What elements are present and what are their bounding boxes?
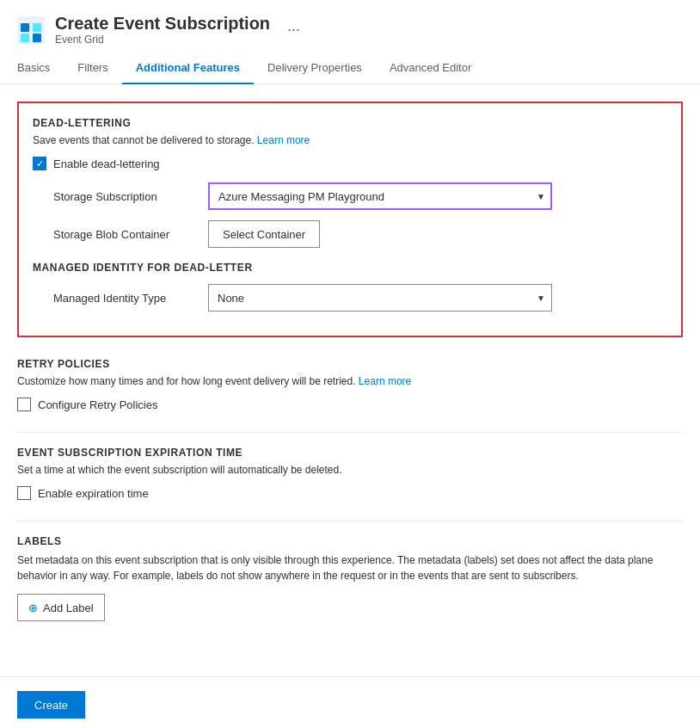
managed-identity-type-dropdown[interactable]: None xyxy=(208,284,552,312)
enable-dead-lettering-checkbox[interactable]: ✓ xyxy=(33,157,46,170)
enable-expiration-label: Enable expiration time xyxy=(38,487,149,500)
labels-title: LABELS xyxy=(17,535,683,547)
enable-dead-lettering-label: Enable dead-lettering xyxy=(53,157,160,170)
storage-subscription-row: Storage Subscription Azure Messaging PM … xyxy=(33,182,667,210)
managed-identity-type-control: None ▼ xyxy=(208,284,667,312)
svg-rect-3 xyxy=(21,34,29,42)
svg-rect-4 xyxy=(33,34,41,42)
configure-retry-label: Configure Retry Policies xyxy=(38,398,157,411)
header-text-block: Create Event Subscription Event Grid xyxy=(55,14,270,46)
labels-section: LABELS Set metadata on this event subscr… xyxy=(17,535,683,621)
more-options-icon[interactable]: ··· xyxy=(287,21,300,39)
storage-subscription-label: Storage Subscription xyxy=(53,190,208,203)
create-button[interactable]: Create xyxy=(17,691,85,719)
dead-lettering-desc: Save events that cannot be delivered to … xyxy=(33,134,667,146)
main-content: DEAD-LETTERING Save events that cannot b… xyxy=(0,84,700,659)
retry-policies-title: RETRY POLICIES xyxy=(17,358,683,370)
add-label-icon: ⊕ xyxy=(28,602,38,614)
add-label-text: Add Label xyxy=(43,602,94,614)
tab-basics[interactable]: Basics xyxy=(17,52,64,84)
page-subtitle: Event Grid xyxy=(55,34,270,46)
checkmark-icon: ✓ xyxy=(36,159,44,169)
footer-bar: Create xyxy=(0,676,700,728)
configure-retry-row: Configure Retry Policies xyxy=(17,398,683,411)
svg-rect-2 xyxy=(33,23,41,32)
managed-identity-type-dropdown-wrapper: None ▼ xyxy=(208,284,552,312)
tab-advanced-editor[interactable]: Advanced Editor xyxy=(376,52,485,84)
page-header: Create Event Subscription Event Grid ··· xyxy=(0,0,700,52)
enable-expiration-row: Enable expiration time xyxy=(17,486,683,500)
storage-blob-container-control: Select Container xyxy=(208,220,667,248)
managed-identity-type-label: Managed Identity Type xyxy=(53,292,208,305)
storage-subscription-control: Azure Messaging PM Playground ▼ xyxy=(208,182,667,210)
managed-identity-subsection-title: MANAGED IDENTITY FOR DEAD-LETTER xyxy=(33,262,667,274)
expiration-section: EVENT SUBSCRIPTION EXPIRATION TIME Set a… xyxy=(17,447,683,500)
tab-bar: Basics Filters Additional Features Deliv… xyxy=(0,52,700,84)
dead-lettering-section: DEAD-LETTERING Save events that cannot b… xyxy=(17,102,683,337)
dead-lettering-title: DEAD-LETTERING xyxy=(33,117,667,129)
select-container-button[interactable]: Select Container xyxy=(208,220,320,248)
divider-1 xyxy=(17,432,683,433)
storage-subscription-dropdown-wrapper: Azure Messaging PM Playground ▼ xyxy=(208,182,552,210)
labels-desc: Set metadata on this event subscription … xyxy=(17,552,683,583)
expiration-title: EVENT SUBSCRIPTION EXPIRATION TIME xyxy=(17,447,683,459)
retry-policies-desc: Customize how many times and for how lon… xyxy=(17,375,683,387)
enable-expiration-checkbox[interactable] xyxy=(17,486,31,500)
managed-identity-type-row: Managed Identity Type None ▼ xyxy=(33,284,667,312)
storage-subscription-dropdown[interactable]: Azure Messaging PM Playground xyxy=(208,182,552,210)
enable-dead-lettering-row: ✓ Enable dead-lettering xyxy=(33,157,667,170)
add-label-button[interactable]: ⊕ Add Label xyxy=(17,594,105,621)
tab-filters[interactable]: Filters xyxy=(64,52,121,84)
retry-policies-learn-more[interactable]: Learn more xyxy=(359,375,411,387)
tab-delivery-properties[interactable]: Delivery Properties xyxy=(254,52,376,84)
configure-retry-checkbox[interactable] xyxy=(17,398,31,411)
svg-rect-1 xyxy=(21,23,29,32)
divider-2 xyxy=(17,521,683,521)
event-grid-icon xyxy=(17,16,45,44)
page-title: Create Event Subscription xyxy=(55,14,270,34)
dead-lettering-learn-more[interactable]: Learn more xyxy=(257,134,310,146)
storage-blob-container-label: Storage Blob Container xyxy=(53,228,208,241)
expiration-desc: Set a time at which the event subscripti… xyxy=(17,464,683,476)
retry-policies-section: RETRY POLICIES Customize how many times … xyxy=(17,358,683,411)
tab-additional-features[interactable]: Additional Features xyxy=(122,52,254,84)
storage-blob-container-row: Storage Blob Container Select Container xyxy=(33,220,667,248)
